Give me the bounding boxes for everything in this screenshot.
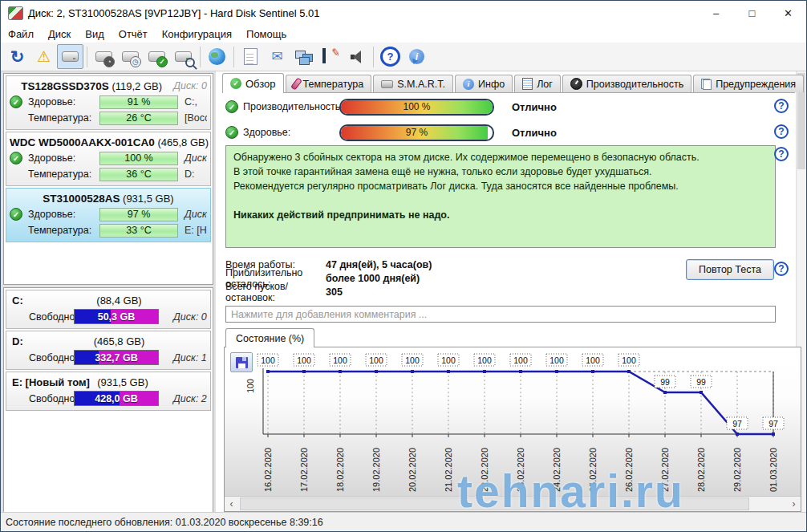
toolbar-separator: [87, 47, 87, 67]
partition-name: E: [Новый том]: [10, 376, 90, 388]
help-question-icon[interactable]: ?: [774, 124, 789, 139]
disk-clock-icon[interactable]: ◷: [117, 44, 144, 69]
disk-volumes: D:: [180, 169, 207, 180]
menu-view[interactable]: Вид: [78, 26, 112, 42]
disk-number: Диск: 1: [180, 152, 207, 164]
tab-overview[interactable]: ✓ Обзор: [222, 73, 284, 93]
disk-overview-icon[interactable]: [57, 44, 83, 69]
tab-alerts[interactable]: Предупреждения: [693, 75, 804, 92]
partition-card-d[interactable]: D: (465,8 GB) Свободно 332,7 GB Диск: 1: [6, 331, 211, 370]
disk-model: ST31000528AS: [43, 193, 120, 205]
disk-card-0[interactable]: TS128GSSD370S (119,2 GB) Диск: 0 ✓ Здоро…: [6, 75, 211, 130]
health-bar: 97 %: [339, 124, 494, 141]
close-button[interactable]: ✕: [770, 1, 806, 25]
disk-gauge-icon[interactable]: ◔: [91, 44, 117, 69]
minimize-button[interactable]: –: [698, 1, 734, 25]
comment-input[interactable]: [225, 306, 776, 323]
performance-status: Отлично: [512, 101, 557, 113]
stat-label: Всего пусков/остановок:: [225, 281, 326, 303]
tab-performance[interactable]: Производительность: [562, 75, 691, 92]
save-chart-button[interactable]: [230, 352, 253, 372]
menu-file[interactable]: Файл: [1, 26, 41, 42]
health-ok-icon: ✓: [10, 95, 22, 108]
svg-text:19.02.2020: 19.02.2020: [371, 448, 381, 492]
floppy-icon: [236, 357, 248, 368]
info-icon: i: [463, 79, 474, 90]
drive-icon: [381, 80, 393, 88]
network-drives-icon[interactable]: [204, 44, 230, 69]
app-window: Диск: 2, ST31000528AS [9VP12JBY] - Hard …: [0, 0, 807, 532]
chart-tab-state[interactable]: Состояние (%): [225, 328, 314, 347]
health-bar: 91 %: [99, 95, 178, 109]
network-computers-icon[interactable]: [290, 44, 317, 69]
help-question-icon[interactable]: ?: [774, 262, 789, 276]
disk-number: Диск: 0: [159, 311, 207, 323]
sound-icon[interactable]: [343, 44, 370, 69]
partition-list: C: (88,4 GB) Свободно 50,3 GB Диск: 0 D:…: [3, 287, 213, 513]
toolbar: ↻ ⚠ ◔ ◷ ✓ ✉ ✎ ? i: [1, 43, 806, 71]
menu-help[interactable]: Помощь: [239, 26, 294, 42]
menu-report[interactable]: Отчёт: [112, 26, 155, 42]
send-mail-icon[interactable]: ✉: [264, 44, 290, 69]
sidebar: TS128GSSD370S (119,2 GB) Диск: 0 ✓ Здоро…: [1, 71, 216, 513]
warning-icon[interactable]: ⚠: [30, 44, 57, 69]
free-space-bar: 50,3 GB: [74, 309, 159, 324]
svg-text:100: 100: [297, 355, 311, 365]
help-question-icon[interactable]: ?: [774, 147, 789, 161]
disk-volumes: [Восстанови: [180, 112, 207, 124]
disk-ok-icon[interactable]: ✓: [144, 44, 170, 69]
svg-text:18.02.2020: 18.02.2020: [335, 448, 345, 492]
menu-configuration[interactable]: Конфигурация: [155, 26, 239, 42]
health-ok-icon: ✓: [10, 152, 22, 164]
toolbar-separator: [200, 47, 201, 67]
partition-card-e[interactable]: E: [Новый том] (931,5 GB) Свободно 428,0…: [6, 372, 211, 411]
disk-card-1[interactable]: WDC WD5000AAKX-001CA0 (465,8 GB) ✓ Здоро…: [6, 132, 211, 186]
partition-size: (931,5 GB): [90, 376, 156, 388]
refresh-icon[interactable]: ↻: [4, 44, 30, 69]
maximize-button[interactable]: □: [734, 1, 770, 25]
free-label: Свободно: [10, 352, 74, 363]
help-icon[interactable]: ?: [377, 44, 404, 69]
scroll-right-icon[interactable]: ›: [787, 497, 801, 510]
tab-smart[interactable]: S.M.A.R.T.: [373, 75, 453, 92]
performance-label: Производительность:: [243, 101, 339, 112]
disk-seek-icon[interactable]: [170, 44, 197, 69]
log-icon: [522, 78, 533, 90]
svg-text:99: 99: [696, 377, 706, 387]
partition-card-c[interactable]: C: (88,4 GB) Свободно 50,3 GB Диск: 0: [6, 290, 211, 329]
chart-body: 16.02.202017.02.202018.02.202019.02.2020…: [224, 347, 801, 512]
gauge-icon: [570, 78, 582, 90]
disk-size: (931,5 GB): [123, 193, 174, 205]
svg-text:01.03.2020: 01.03.2020: [768, 448, 778, 492]
health-label: Здоровье:: [28, 96, 98, 108]
report-icon[interactable]: [237, 44, 264, 69]
stat-value: 47 дня(ей), 5 часа(ов): [326, 259, 432, 270]
desktop-edit-icon[interactable]: ✎: [317, 44, 343, 69]
free-label: Свободно: [10, 393, 74, 404]
menu-disk[interactable]: Диск: [41, 26, 78, 42]
help-question-icon[interactable]: ?: [774, 99, 789, 113]
tab-bar: ✓ Обзор Температура S.M.A.R.T. i Инфо Ло…: [222, 73, 795, 93]
scroll-left-icon[interactable]: ‹: [225, 497, 238, 510]
disk-card-2-selected[interactable]: ST31000528AS (931,5 GB) ✓ Здоровье: 97 %…: [6, 188, 211, 242]
about-icon[interactable]: i: [404, 44, 430, 69]
title-bar: Диск: 2, ST31000528AS [9VP12JBY] - Hard …: [1, 1, 806, 25]
svg-text:28.02.2020: 28.02.2020: [696, 448, 706, 492]
tab-temperature[interactable]: Температура: [286, 75, 372, 92]
tab-log[interactable]: Лог: [514, 75, 561, 92]
health-label: Здоровье:: [28, 152, 98, 164]
stat-value: более 1000 дня(ей): [326, 273, 420, 284]
performance-bar: 100 %: [339, 99, 494, 116]
stats-block: Время работы: 47 дня(ей), 5 часа(ов) При…: [225, 258, 432, 298]
free-label: Свободно: [10, 311, 74, 323]
disk-number: Диск: 0: [173, 80, 207, 91]
health-value: 97 %: [341, 126, 493, 140]
svg-text:100: 100: [333, 355, 347, 365]
health-label: Здоровье:: [28, 209, 98, 220]
disk-list: TS128GSSD370S (119,2 GB) Диск: 0 ✓ Здоро…: [3, 73, 213, 285]
tab-info[interactable]: i Инфо: [455, 75, 513, 92]
temperature-label: Температура:: [28, 169, 98, 180]
retest-button[interactable]: Повтор Теста: [686, 259, 774, 280]
disk-number: Диск: 1: [159, 352, 207, 363]
check-icon: ✓: [230, 78, 241, 89]
